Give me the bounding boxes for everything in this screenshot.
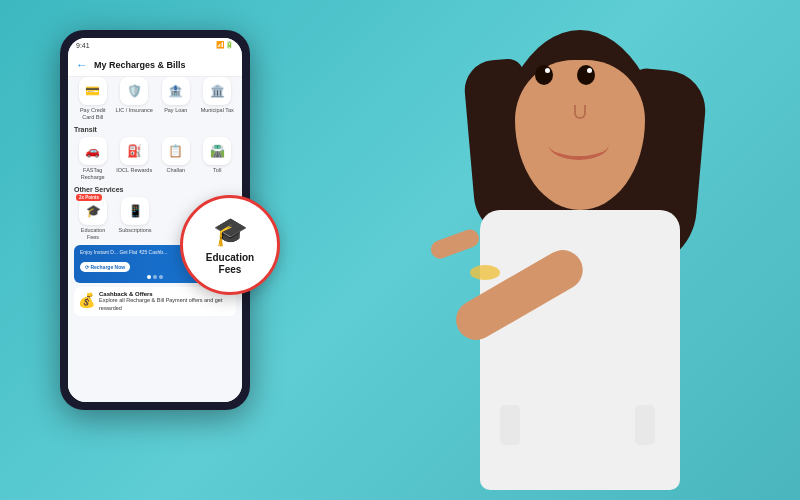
education-label: Education Fees <box>74 227 112 240</box>
challan-icon: 📋 <box>162 137 190 165</box>
transit-icons-row: 🚗 FASTag Recharge ⛽ IOCL Rewards 📋 Chall… <box>74 137 236 180</box>
pay-credit-icon: 💳 <box>79 77 107 105</box>
icon-challan[interactable]: 📋 Challan <box>157 137 195 180</box>
status-icons: 📶🔋 <box>216 41 234 49</box>
eyes <box>535 65 625 85</box>
finger-pointing <box>428 227 481 261</box>
strap-left <box>500 405 520 445</box>
status-bar: 9:41 📶🔋 <box>68 38 242 52</box>
fastag-icon: 🚗 <box>79 137 107 165</box>
icon-toll[interactable]: 🛣️ Toll <box>199 137 237 180</box>
phone-screen-title: My Recharges & Bills <box>94 60 186 70</box>
icon-fastag[interactable]: 🚗 FASTag Recharge <box>74 137 112 180</box>
bracelet <box>470 265 500 280</box>
shirt <box>480 210 680 490</box>
lic-icon: 🛡️ <box>120 77 148 105</box>
fastag-label: FASTag Recharge <box>74 167 112 180</box>
dot-2 <box>153 275 157 279</box>
subscriptions-icon: 📱 <box>121 197 149 225</box>
back-arrow-icon[interactable]: ← <box>76 58 88 72</box>
cashback-text-block: Cashback & Offers Explore all Recharge &… <box>99 291 232 312</box>
points-badge: 2x Points <box>76 194 102 201</box>
education-line1: Education <box>206 252 254 263</box>
icon-lic[interactable]: 🛡️ LIC / Insurance <box>116 77 154 120</box>
icon-subscriptions[interactable]: 📱 Subscriptions <box>116 197 154 240</box>
icon-pay-loan[interactable]: 🏦 Pay Loan <box>157 77 195 120</box>
cashback-description: Explore all Recharge & Bill Payment offe… <box>99 297 232 312</box>
toll-icon: 🛣️ <box>203 137 231 165</box>
girl-figure <box>320 0 800 500</box>
pay-loan-label: Pay Loan <box>164 107 187 114</box>
recharge-now-button[interactable]: ⟳ Recharge Now <box>80 262 130 272</box>
left-eye <box>535 65 553 85</box>
lic-label: LIC / Insurance <box>116 107 153 114</box>
challan-label: Challan <box>166 167 185 174</box>
iocl-label: IOCL Rewards <box>116 167 152 174</box>
other-services-label: Other Services <box>74 186 236 193</box>
education-highlight-circle[interactable]: 🎓 Education Fees <box>180 195 280 295</box>
education-highlight-icon: 🎓 <box>213 215 248 248</box>
education-icon: 🎓 <box>79 197 107 225</box>
education-highlight-text: Education Fees <box>206 252 254 276</box>
cashback-icon: 💰 <box>78 292 95 308</box>
icon-municipal[interactable]: 🏛️ Municipal Tax <box>199 77 237 120</box>
education-line2: Fees <box>219 264 242 275</box>
icon-iocl[interactable]: ⛽ IOCL Rewards <box>116 137 154 180</box>
phone-header: ← My Recharges & Bills <box>68 52 242 77</box>
transit-section-label: Transit <box>74 126 236 133</box>
right-eye <box>577 65 595 85</box>
status-time: 9:41 <box>76 42 90 49</box>
icon-education[interactable]: 🎓 Education Fees <box>74 197 112 240</box>
nose <box>574 105 586 119</box>
municipal-label: Municipal Tax <box>201 107 234 114</box>
toll-label: Toll <box>213 167 221 174</box>
icon-pay-credit[interactable]: 💳 Pay Credit Card Bill <box>74 77 112 120</box>
subscriptions-label: Subscriptions <box>118 227 151 234</box>
pay-credit-label: Pay Credit Card Bill <box>74 107 112 120</box>
pay-loan-icon: 🏦 <box>162 77 190 105</box>
dot-1 <box>147 275 151 279</box>
municipal-icon: 🏛️ <box>203 77 231 105</box>
strap-right <box>635 405 655 445</box>
dot-3 <box>159 275 163 279</box>
girl-body <box>390 10 770 500</box>
icon-education-wrapper[interactable]: 2x Points 🎓 Education Fees <box>74 197 112 240</box>
iocl-icon: ⛽ <box>120 137 148 165</box>
top-icons-row: 💳 Pay Credit Card Bill 🛡️ LIC / Insuranc… <box>74 77 236 120</box>
smile <box>549 130 609 160</box>
